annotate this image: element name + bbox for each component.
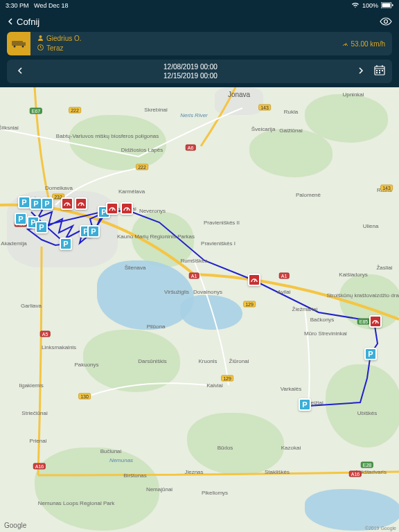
svg-rect-1 xyxy=(382,3,391,7)
driver-name: Giedrius O. xyxy=(46,34,82,44)
city-label: Stroiškūnų kraštovaizdžio draustinis xyxy=(326,292,399,299)
city-label: Jieznas xyxy=(184,469,203,475)
city-label: Striečiūnai xyxy=(21,410,47,416)
city-label: Uliena xyxy=(363,223,379,229)
map-attribution: ©2019 Google xyxy=(365,526,396,531)
overspeed-marker[interactable] xyxy=(61,197,73,210)
city-label: Pakuonys xyxy=(74,362,98,368)
battery-icon xyxy=(381,2,393,10)
battery-pct: 100% xyxy=(362,2,378,9)
city-label: Mūro Strevininkai xyxy=(304,330,347,337)
city-label: Šlienava xyxy=(125,265,146,271)
overspeed-marker[interactable] xyxy=(75,197,87,210)
city-label: Ubiškės xyxy=(357,410,377,416)
chevron-left-icon xyxy=(17,67,24,74)
city-label: Žiežmariai xyxy=(292,306,318,312)
svg-rect-5 xyxy=(23,42,26,46)
nav-bar: Cofnij xyxy=(0,11,399,32)
road-shield: E67 xyxy=(30,108,42,114)
city-label: Bučiunai xyxy=(100,448,122,454)
city-label: Pravieniškės II xyxy=(204,220,240,226)
city-label: Bačkonys xyxy=(310,317,335,323)
city-label: Rukla xyxy=(284,109,298,115)
river-label: Nemunas xyxy=(109,457,133,463)
city-label: Pravieniškės I xyxy=(201,240,236,247)
city-label: Birštonas xyxy=(123,472,146,479)
city-label: Domeikava xyxy=(45,185,73,191)
city-label: Neveronys xyxy=(139,208,166,214)
road-shield: 222 xyxy=(69,107,81,114)
date-range-bar: 12/08/2019 00:00 12/15/2019 00:00 xyxy=(7,60,392,83)
road-shield: 129 xyxy=(243,301,256,308)
road-shield: 130 xyxy=(78,393,91,400)
city-label: Upninkai xyxy=(342,91,364,98)
city-label: Kauno Marių Regioninis Parkas xyxy=(117,233,195,240)
city-label: Garliava xyxy=(21,303,42,309)
map[interactable]: JonavaSkrebinaiUpninkaiRuklaBabtų-Varluv… xyxy=(0,87,399,532)
city-label: Kruonis xyxy=(198,358,217,364)
speed-value: 53.00 km/h xyxy=(351,40,385,48)
next-range-button[interactable] xyxy=(355,66,367,76)
chevron-right-icon xyxy=(357,67,364,74)
svg-point-6 xyxy=(14,46,16,48)
city-label: Būdos xyxy=(218,445,233,451)
back-label: Cofnij xyxy=(17,17,39,27)
status-text: Teraz xyxy=(46,44,63,53)
svg-rect-4 xyxy=(12,41,23,46)
back-button[interactable]: Cofnij xyxy=(7,17,39,27)
city-label: Akademija xyxy=(1,240,26,247)
parking-marker[interactable]: P xyxy=(299,398,311,411)
road-shield: E28 xyxy=(361,462,373,468)
parking-marker[interactable]: P xyxy=(35,221,48,233)
svg-point-7 xyxy=(22,46,24,48)
van-icon xyxy=(10,39,27,48)
city-label: Viršužiglis xyxy=(164,289,189,295)
road-shield: A1 xyxy=(189,273,200,279)
city-label: Šilksniai xyxy=(0,125,19,131)
road-shield: A1 xyxy=(279,273,290,279)
user-icon xyxy=(37,34,44,44)
city-label: Stakliškės xyxy=(265,469,290,475)
overspeed-marker[interactable] xyxy=(121,202,133,215)
road-shield: E85 xyxy=(357,319,370,325)
city-label: Žiūronai xyxy=(229,358,249,364)
parking-marker[interactable]: P xyxy=(18,196,30,209)
calendar-icon xyxy=(374,64,385,76)
status-right: 100% xyxy=(351,2,393,10)
city-label: Prienai xyxy=(30,438,47,444)
date-start: 12/08/2019 00:00 xyxy=(26,62,355,71)
overspeed-marker[interactable] xyxy=(106,202,118,215)
svg-rect-11 xyxy=(376,70,378,71)
date-range-display[interactable]: 12/08/2019 00:00 12/15/2019 00:00 xyxy=(26,62,355,80)
calendar-button[interactable] xyxy=(374,64,385,78)
parking-marker[interactable]: P xyxy=(364,348,377,360)
parking-marker[interactable]: P xyxy=(15,213,27,225)
parking-marker[interactable]: P xyxy=(60,238,72,250)
overspeed-marker[interactable] xyxy=(369,315,382,328)
svg-rect-12 xyxy=(379,70,380,71)
city-label: Kaišiadorys xyxy=(339,272,367,278)
prev-range-button[interactable] xyxy=(14,66,26,76)
road-shield: A5 xyxy=(40,331,51,337)
parking-marker[interactable]: P xyxy=(87,225,100,238)
status-bar: 3:30 PM Wed Dec 18 100% xyxy=(0,0,399,11)
road-shield: 222 xyxy=(136,164,148,170)
city-label: Ilgakiemis xyxy=(19,382,44,389)
route-overlay xyxy=(0,87,399,532)
city-label: Linksmakalnis xyxy=(42,344,76,351)
clock-icon xyxy=(37,44,44,53)
chevron-left-icon xyxy=(7,18,14,25)
svg-rect-2 xyxy=(392,4,393,6)
overspeed-marker[interactable] xyxy=(248,274,260,286)
vehicle-info-bar[interactable]: Giedrius O. Teraz 53.00 km/h xyxy=(7,32,392,55)
city-label: Kalviai xyxy=(206,382,223,389)
city-label: Dovainonys xyxy=(193,289,222,295)
visibility-toggle[interactable] xyxy=(380,17,392,26)
city-label: Jonava xyxy=(228,91,250,98)
parking-marker[interactable]: P xyxy=(41,197,53,210)
city-label: Gaižiūnai xyxy=(279,127,302,134)
city-label: Babtų-Varluvos miškų biosferos poligonas xyxy=(56,133,159,139)
svg-rect-14 xyxy=(376,72,378,73)
road-shield: A16 xyxy=(349,471,362,477)
status-time: 3:30 PM xyxy=(6,2,29,9)
